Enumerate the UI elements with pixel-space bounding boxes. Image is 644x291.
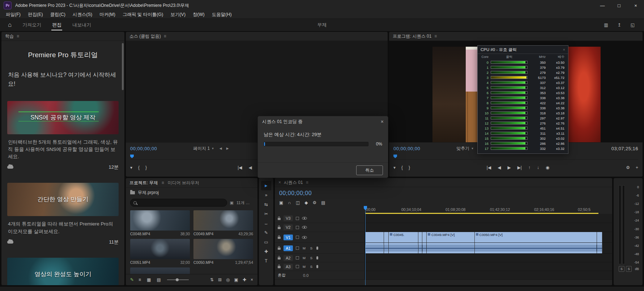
nest-sequence-icon[interactable]: ▣ bbox=[279, 200, 283, 205]
menu-item[interactable]: 그래픽 및 타이틀(G) bbox=[119, 12, 167, 18]
search-input[interactable] bbox=[130, 199, 227, 207]
video-clip[interactable] bbox=[597, 232, 602, 242]
sync-lock-icon[interactable] bbox=[296, 256, 299, 260]
program-timecode[interactable]: 00;00;00;00 bbox=[393, 146, 420, 151]
icon-view-icon[interactable]: ▦ bbox=[147, 277, 151, 282]
menu-item[interactable]: 도움말(H) bbox=[208, 12, 235, 18]
panel-menu-icon[interactable]: ≡ bbox=[434, 34, 437, 39]
find-icon[interactable]: ◎ bbox=[226, 277, 230, 282]
solo-button[interactable]: S bbox=[309, 265, 314, 269]
clip-name[interactable]: C0049.MP4 bbox=[193, 232, 213, 236]
source-timecode[interactable]: 00;00;00;00 bbox=[130, 146, 157, 151]
solo-button[interactable]: S bbox=[309, 256, 314, 260]
menu-item[interactable]: 보기(V) bbox=[167, 12, 189, 18]
pen-tool-icon[interactable]: ✎ bbox=[261, 228, 271, 237]
sync-lock-icon[interactable] bbox=[296, 217, 299, 220]
mix-gain-value[interactable]: 0.0 bbox=[303, 273, 308, 278]
tab-project[interactable]: 프로젝트: 무제 bbox=[129, 180, 158, 186]
voiceover-mic-icon[interactable] bbox=[316, 265, 318, 268]
create-bin-icon[interactable]: ▣ bbox=[230, 201, 234, 205]
timeline-timecode[interactable]: 00;00;00;00 bbox=[279, 190, 312, 197]
selection-tool-icon[interactable]: ► bbox=[261, 181, 271, 190]
tutorial-thumbnail[interactable]: SNS에 공유할 영상 제작 bbox=[7, 101, 119, 134]
close-sequence-icon[interactable]: × bbox=[278, 180, 281, 185]
close-icon[interactable]: × bbox=[563, 47, 565, 52]
video-clip[interactable] bbox=[422, 232, 427, 242]
add-marker-icon[interactable]: ▾ bbox=[393, 165, 396, 170]
menu-item[interactable]: 편집(E) bbox=[24, 12, 47, 18]
audio-clip[interactable] bbox=[422, 243, 427, 253]
freeform-view-icon[interactable]: ▤ bbox=[157, 277, 161, 282]
button-editor-icon[interactable]: + bbox=[636, 165, 638, 170]
solo-button[interactable]: S bbox=[626, 266, 632, 272]
track-output-eye-icon[interactable] bbox=[302, 236, 307, 239]
track-badge-v2[interactable]: V2 bbox=[283, 224, 293, 230]
mark-in-icon[interactable]: { bbox=[138, 165, 140, 170]
new-bin-icon[interactable]: ▣ bbox=[234, 277, 238, 282]
mini-playhead[interactable] bbox=[393, 155, 397, 158]
audio-clip[interactable] bbox=[597, 243, 602, 253]
play-icon[interactable]: ▶ bbox=[507, 165, 511, 170]
slip-tool-icon[interactable]: ↔ bbox=[261, 219, 271, 228]
lift-icon[interactable]: ↑ bbox=[528, 165, 530, 170]
new-item-icon[interactable]: ✚ bbox=[243, 277, 246, 282]
close-icon[interactable]: × bbox=[381, 119, 384, 125]
mute-button[interactable]: M bbox=[302, 256, 306, 260]
track-badge-v3[interactable]: V3 bbox=[283, 215, 293, 221]
lock-icon[interactable] bbox=[278, 227, 281, 229]
tutorial-thumbnail[interactable]: 영상의 완성도 높이기 bbox=[7, 258, 119, 285]
fullscreen-icon[interactable]: ◱ bbox=[631, 22, 635, 28]
video-clip[interactable] bbox=[418, 232, 422, 242]
video-clip[interactable]: C0049.MP4 [V] bbox=[427, 232, 475, 242]
search-field[interactable] bbox=[139, 200, 224, 205]
video-clip[interactable] bbox=[365, 232, 384, 242]
tab-media-browser[interactable]: 미디어 브라우저 bbox=[168, 180, 199, 186]
prev-page-icon[interactable]: ◀ bbox=[219, 147, 222, 150]
settings-wrench-icon[interactable]: ⚙ bbox=[626, 165, 630, 170]
automate-sequence-icon[interactable]: ⊞ bbox=[218, 277, 222, 282]
clip-name[interactable]: C0051.MP4 bbox=[130, 260, 150, 265]
step-back-icon[interactable]: ◀ bbox=[249, 165, 252, 170]
audio-clip[interactable] bbox=[427, 243, 475, 253]
tutorial-thumbnail[interactable]: 간단한 영상 만들기 bbox=[7, 183, 119, 216]
go-to-in-icon[interactable]: |◀ bbox=[487, 165, 491, 170]
clip-item[interactable]: C0049.MP4 43;29;36 bbox=[193, 210, 253, 236]
audio-clip[interactable] bbox=[475, 243, 597, 253]
captions-menu-icon[interactable]: ▤ bbox=[321, 200, 325, 205]
extract-icon[interactable]: ↓ bbox=[537, 165, 539, 170]
menu-item[interactable]: 창(W) bbox=[189, 12, 208, 18]
workspace-tab[interactable]: 내보내기 bbox=[67, 19, 96, 31]
clip-item[interactable]: C0048.MP4 38;30 bbox=[130, 210, 190, 236]
voiceover-mic-icon[interactable] bbox=[316, 246, 318, 250]
panel-menu-icon[interactable]: ≡ bbox=[162, 180, 164, 185]
solo-button[interactable]: S bbox=[619, 266, 624, 272]
timeline-settings-icon[interactable]: ⚙ bbox=[313, 200, 317, 205]
audio-clip[interactable] bbox=[384, 243, 389, 253]
sync-lock-icon[interactable] bbox=[296, 226, 299, 229]
tutorial-card[interactable]: 영상의 완성도 높이기 bbox=[7, 258, 119, 285]
maximize-button[interactable]: □ bbox=[611, 0, 627, 11]
program-scrub-bar[interactable] bbox=[393, 154, 638, 160]
razor-tool-icon[interactable]: ✂ bbox=[261, 209, 271, 219]
quick-export-icon[interactable]: ↥ bbox=[618, 22, 621, 28]
hand-tool-icon[interactable]: ✚ bbox=[261, 247, 271, 256]
home-icon[interactable]: ⌂ bbox=[8, 21, 12, 29]
video-clip[interactable]: C0045. bbox=[389, 232, 418, 242]
close-button[interactable]: × bbox=[627, 0, 644, 11]
tutorial-card[interactable]: 간단한 영상 만들기 4개의 튜토리얼을 따라 해보면서 Premiere Pr… bbox=[7, 183, 119, 245]
workspace-tab[interactable]: 가져오기 bbox=[17, 19, 46, 31]
track-badge-a2[interactable]: A2 bbox=[283, 255, 293, 261]
lock-icon[interactable] bbox=[278, 237, 281, 239]
sync-lock-icon[interactable] bbox=[296, 236, 299, 239]
step-forward-icon[interactable]: ▶| bbox=[517, 165, 522, 170]
mini-playhead[interactable] bbox=[130, 155, 134, 158]
playhead[interactable] bbox=[365, 206, 366, 285]
scrollbar[interactable] bbox=[122, 43, 124, 90]
panel-menu-icon[interactable]: ≡ bbox=[17, 34, 19, 39]
panel-menu-icon[interactable]: ≡ bbox=[164, 34, 166, 39]
clip-name[interactable]: C0048.MP4 bbox=[130, 232, 150, 236]
clip-item[interactable]: C0051.MP4 32;00 bbox=[130, 239, 190, 265]
sync-lock-icon[interactable] bbox=[296, 265, 299, 268]
mute-button[interactable]: M bbox=[302, 265, 306, 269]
export-frame-icon[interactable]: ◉ bbox=[546, 165, 549, 170]
